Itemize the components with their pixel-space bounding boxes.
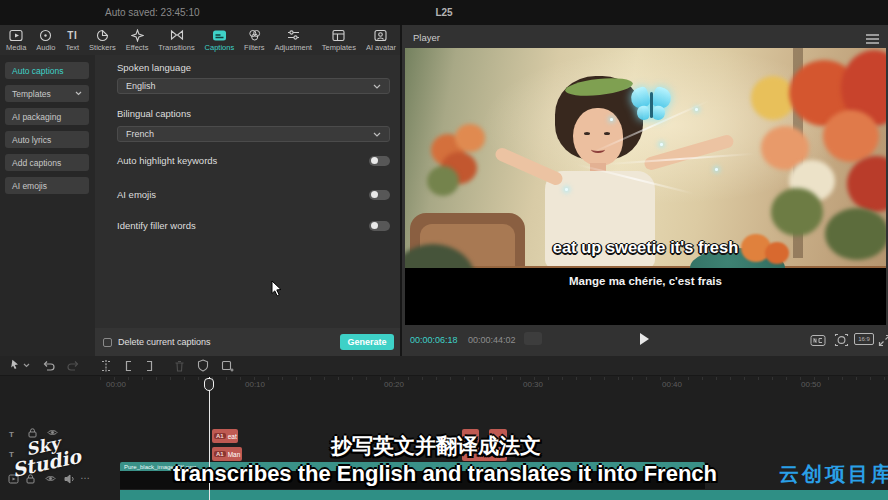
filler-words-toggle[interactable] [369,221,390,231]
spoken-language-select[interactable]: English [117,78,390,94]
auto-captions-panel: Spoken language English Bilingual captio… [95,55,402,328]
ruler-label: 00:00 [106,380,126,389]
table [405,266,886,268]
filler-words-row: Identify filler words [117,220,390,231]
bilingual-language-select[interactable]: French [117,126,390,142]
select-tool-icon[interactable] [10,359,30,372]
audio-track-clip[interactable] [120,490,888,500]
ai-emojis-toggle[interactable] [369,190,390,200]
app-window: Auto saved: 23:45:10 L25 Media Audio TI … [0,0,888,500]
transitions-icon [170,29,184,42]
toolbar-item-templates[interactable]: Templates [322,29,356,52]
ruler-label: 00:40 [662,380,682,389]
render-quality-icon[interactable] [810,333,826,351]
leaves [771,188,823,236]
adjustment-icon [287,29,300,42]
aspect-ratio-icon[interactable]: 16:9 [854,333,874,345]
toolbar-item-ai-avatar[interactable]: AI avatar [366,29,396,52]
flower [823,110,879,162]
sparkle [695,108,698,111]
leaves [427,166,459,196]
playhead-handle[interactable] [204,378,214,391]
zoom-fit-icon[interactable] [834,333,849,351]
ruler-label: 00:10 [245,380,265,389]
chevron-down-icon [373,132,381,137]
ai-emojis-row: AI emojis [117,189,390,200]
flower [455,124,485,152]
toolbar-item-audio[interactable]: Audio [36,29,55,52]
chevron-down-icon [373,84,381,89]
burned-subtitle-english: transcribes the English and translates i… [0,461,888,487]
video-caption-french: Mange ma chérie, c'est frais [405,275,886,287]
sidebar-item-auto-lyrics[interactable]: Auto lyrics [5,131,89,148]
woman-face [573,108,623,166]
sparkle [715,168,718,171]
player-panel: Player [402,25,888,356]
ai-avatar-icon [374,29,387,42]
templates-icon [332,29,345,42]
toolbar-item-media[interactable]: Media [6,29,26,52]
auto-highlight-toggle[interactable] [369,156,390,166]
duration-timecode: 00:00:44:02 [468,335,516,345]
trim-left-icon[interactable] [124,360,133,372]
toolbar-item-text[interactable]: TI Text [65,29,79,52]
toolbar-item-filters[interactable]: Filters [244,29,264,52]
auto-highlight-row: Auto highlight keywords [117,155,390,166]
sidebar-item-auto-captions[interactable]: Auto captions [5,62,89,79]
video-preview[interactable]: eat up sweetie it's fresh Mange ma chéri… [405,48,886,325]
left-arm [493,146,564,187]
current-timecode: 00:00:06:18 [410,335,458,345]
toolbar-item-transitions[interactable]: Transitions [158,29,194,52]
effects-icon [131,29,144,42]
burned-subtitle-chinese: 抄写英文并翻译成法文 [0,432,872,460]
toolbar-item-adjustment[interactable]: Adjustment [274,29,312,52]
timeline-ruler[interactable]: 00:00 00:10 00:20 00:30 00:40 00:50 [100,377,888,392]
captions-sidebar: Auto captions Templates AI packaging Aut… [0,55,95,356]
toolbar-item-effects[interactable]: Effects [126,29,149,52]
flower [847,156,886,212]
captions-icon [212,29,227,42]
player-controls: 00:00:06:18 00:00:44:02 16:9 [402,325,888,356]
ruler-label: 00:30 [523,380,543,389]
captions-footer: Delete current captions Generate [95,328,402,356]
delete-captions-checkbox[interactable] [103,338,112,347]
stickers-icon [96,29,109,42]
sidebar-item-ai-packaging[interactable]: AI packaging [5,108,89,125]
player-option-chip[interactable] [524,332,542,345]
filters-icon [248,29,261,42]
video-caption-english: eat up sweetie it's fresh [405,238,886,257]
redo-icon[interactable] [67,360,80,372]
generate-button[interactable]: Generate [340,334,394,350]
mouse-cursor [271,280,284,302]
trim-right-icon[interactable] [145,360,154,372]
eye [604,132,610,135]
chevron-down-icon [75,91,82,96]
audio-icon [39,29,52,42]
toolbar-item-captions[interactable]: Captions [205,29,235,52]
eye [584,132,590,135]
flower [751,76,795,120]
sidebar-item-ai-emojis[interactable]: AI emojis [5,177,89,194]
top-bar: Auto saved: 23:45:10 L25 [0,0,888,25]
sparkle [660,143,663,146]
fullscreen-icon[interactable] [878,333,888,351]
sidebar-item-templates[interactable]: Templates [5,85,89,102]
mask-icon[interactable] [197,359,209,372]
butterfly-hologram [627,86,675,128]
delete-icon[interactable] [174,360,185,372]
toolbar-item-stickers[interactable]: Stickers [89,29,116,52]
right-arm [643,134,735,172]
play-button[interactable] [640,333,649,345]
crop-icon[interactable] [221,360,234,372]
watermark-text: 云创项目库 [779,461,888,488]
undo-icon[interactable] [42,360,55,372]
sidebar-item-add-captions[interactable]: Add captions [5,154,89,171]
media-icon [9,29,23,42]
player-title: Player [413,32,440,43]
delete-captions-label: Delete current captions [118,337,211,347]
split-icon[interactable] [100,360,112,372]
ruler-label: 00:20 [384,380,404,389]
player-menu-icon[interactable] [866,34,879,46]
bilingual-captions-label: Bilingual captions [117,108,191,119]
sparkle [565,188,568,191]
